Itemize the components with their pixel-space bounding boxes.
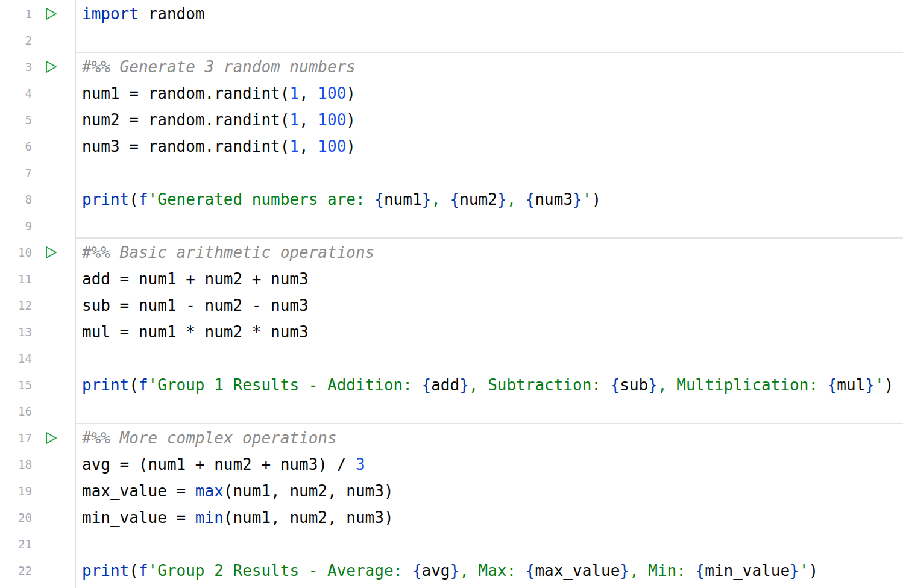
run-cell-button[interactable] bbox=[42, 244, 59, 261]
run-cell-button[interactable] bbox=[42, 58, 59, 75]
run-cell-button[interactable] bbox=[42, 430, 59, 446]
editor-line: 6num3 = random.randint(1, 100) bbox=[0, 133, 903, 160]
line-number: 15 bbox=[0, 372, 32, 398]
code-line-text[interactable]: print(f'Generated numbers are: {num1}, {… bbox=[75, 186, 601, 213]
code-line-text[interactable]: sub = num1 - num2 - num3 bbox=[75, 292, 309, 319]
run-cell-play-icon bbox=[42, 5, 59, 22]
code-token-plain: add = num1 + num2 + num3 bbox=[82, 270, 309, 288]
code-token-plain: sub bbox=[620, 376, 648, 394]
code-token-brace: { bbox=[526, 190, 535, 208]
code-token-str: ' bbox=[582, 190, 592, 208]
line-number: 7 bbox=[0, 160, 32, 186]
code-token-str: 'Generated numbers are: bbox=[148, 190, 375, 208]
editor-gutter: 9 bbox=[0, 213, 75, 239]
code-token-plain: ) bbox=[346, 84, 356, 102]
code-line-text[interactable]: import random bbox=[75, 1, 205, 27]
editor-gutter: 3 bbox=[0, 54, 75, 80]
editor-line: 21 bbox=[0, 531, 903, 557]
line-number: 5 bbox=[0, 107, 32, 133]
editor-line: 2 bbox=[0, 27, 903, 54]
code-token-plain: sub = num1 - num2 - num3 bbox=[82, 296, 309, 314]
line-number: 21 bbox=[0, 531, 32, 557]
code-line-text[interactable]: avg = (num1 + num2 + num3) / 3 bbox=[75, 451, 365, 478]
line-number: 17 bbox=[0, 425, 32, 451]
editor-line: 12sub = num1 - num2 - num3 bbox=[0, 292, 903, 319]
editor-gutter: 5 bbox=[0, 107, 75, 133]
editor-gutter: 4 bbox=[0, 80, 75, 107]
editor-gutter: 14 bbox=[0, 345, 75, 372]
code-line-text[interactable]: min_value = min(num1, num2, num3) bbox=[75, 504, 394, 531]
editor-line: 8print(f'Generated numbers are: {num1}, … bbox=[0, 186, 903, 213]
code-token-num: 100 bbox=[318, 84, 346, 102]
code-token-brace: } bbox=[450, 561, 460, 580]
code-line-text[interactable]: add = num1 + num2 + num3 bbox=[75, 266, 309, 292]
code-line-text[interactable]: num3 = random.randint(1, 100) bbox=[75, 133, 356, 160]
cell-separator-line bbox=[75, 52, 903, 53]
code-token-plain: num2 = random.randint( bbox=[82, 111, 289, 129]
code-token-str: 'Group 2 Results - Average: bbox=[148, 561, 412, 580]
code-token-plain: , bbox=[299, 137, 318, 155]
code-token-str: , Subtraction: bbox=[469, 376, 611, 394]
editor-gutter: 7 bbox=[0, 160, 75, 186]
editor-gutter: 15 bbox=[0, 372, 75, 398]
code-line-text[interactable]: #%% Basic arithmetic operations bbox=[75, 239, 374, 266]
editor-line: 4num1 = random.randint(1, 100) bbox=[0, 80, 903, 107]
code-line-text[interactable]: mul = num1 * num2 * num3 bbox=[75, 319, 309, 345]
editor-gutter: 16 bbox=[0, 398, 75, 425]
code-line-text[interactable]: #%% Generate 3 random numbers bbox=[75, 54, 356, 80]
code-token-plain: mul = num1 * num2 * num3 bbox=[82, 323, 309, 341]
code-token-brace: { bbox=[611, 376, 620, 394]
editor-line: 19max_value = max(num1, num2, num3) bbox=[0, 478, 903, 504]
code-line-text[interactable]: max_value = max(num1, num2, num3) bbox=[75, 478, 394, 504]
editor-gutter: 8 bbox=[0, 186, 75, 213]
code-line-text[interactable]: num2 = random.randint(1, 100) bbox=[75, 107, 356, 133]
code-line-text[interactable]: #%% More complex operations bbox=[75, 425, 337, 451]
cell-separator-line bbox=[75, 237, 903, 239]
code-token-str: , Min: bbox=[629, 561, 696, 580]
code-token-plain: random bbox=[139, 5, 205, 23]
editor-gutter: 19 bbox=[0, 478, 75, 504]
code-token-plain: ) bbox=[346, 137, 356, 155]
editor-gutter: 20 bbox=[0, 504, 75, 531]
code-token-num: 1 bbox=[289, 84, 299, 102]
code-token-brace: { bbox=[422, 376, 432, 394]
code-token-brace: { bbox=[526, 561, 535, 580]
editor-line: 10#%% Basic arithmetic operations bbox=[0, 239, 903, 266]
run-cell-play-icon bbox=[42, 58, 59, 75]
code-token-comment: #%% Basic arithmetic operations bbox=[82, 243, 374, 261]
code-token-brace: } bbox=[790, 561, 799, 580]
editor-line: 18avg = (num1 + num2 + num3) / 3 bbox=[0, 451, 903, 478]
code-line-text[interactable]: print(f'Group 1 Results - Addition: {add… bbox=[75, 372, 893, 398]
editor-line: 9 bbox=[0, 213, 903, 239]
code-token-plain: mul bbox=[837, 376, 865, 394]
line-number: 22 bbox=[0, 557, 32, 584]
code-token-num: 1 bbox=[289, 137, 299, 155]
code-token-brace: } bbox=[422, 190, 432, 208]
code-token-brace: { bbox=[412, 561, 422, 580]
code-token-brace: { bbox=[374, 190, 384, 208]
code-token-kw: min bbox=[195, 508, 224, 527]
code-token-plain: , bbox=[299, 84, 318, 102]
code-line-text[interactable]: print(f'Group 2 Results - Average: {avg}… bbox=[75, 557, 818, 584]
code-token-plain: avg = (num1 + num2 + num3) / bbox=[82, 455, 356, 474]
run-cell-play-icon bbox=[42, 244, 59, 261]
line-number: 11 bbox=[0, 266, 32, 292]
code-token-plain: min_value = bbox=[82, 508, 195, 527]
code-token-plain: add bbox=[431, 376, 459, 394]
code-token-brace: } bbox=[648, 376, 658, 394]
code-line-text[interactable]: num1 = random.randint(1, 100) bbox=[75, 80, 356, 107]
code-editor[interactable]: 1import random23#%% Generate 3 random nu… bbox=[0, 0, 903, 588]
editor-line: 1import random bbox=[0, 1, 903, 27]
code-token-kw: f bbox=[139, 376, 148, 394]
code-token-plain: ) bbox=[591, 190, 601, 208]
code-token-plain: ) bbox=[346, 111, 356, 129]
editor-gutter: 2 bbox=[0, 27, 75, 54]
editor-gutter: 22 bbox=[0, 557, 75, 584]
code-token-plain: max_value = bbox=[82, 482, 195, 500]
editor-gutter: 13 bbox=[0, 319, 75, 345]
run-cell-button[interactable] bbox=[42, 5, 59, 22]
editor-gutter: 10 bbox=[0, 239, 75, 266]
editor-line: 11add = num1 + num2 + num3 bbox=[0, 266, 903, 292]
line-number: 1 bbox=[0, 1, 32, 27]
code-token-kw: f bbox=[139, 190, 148, 208]
